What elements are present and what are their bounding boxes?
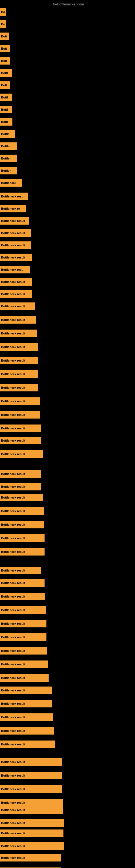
bar-label: Bottleneck result bbox=[1, 689, 25, 692]
bar-label: Bottleneck result bbox=[1, 760, 25, 764]
bar-item: Bottleneck result bbox=[0, 579, 45, 587]
bar-label: Bottleneck result bbox=[1, 822, 25, 825]
bar-item: Bottleneck result bbox=[0, 450, 43, 458]
bar-item: Bottleneck result bbox=[0, 633, 46, 641]
site-title: TheBottlenecker.com bbox=[0, 0, 135, 7]
bar-label: Bottleneck result bbox=[1, 702, 25, 705]
bar-label: Bottl bbox=[1, 71, 8, 74]
bar-label: Bottlen bbox=[1, 145, 11, 148]
bar-item: Bottleneck result bbox=[0, 674, 49, 682]
bar-item: Bottleneck result bbox=[0, 494, 43, 501]
bar-label: Bottleneck result bbox=[1, 774, 25, 777]
bar-item: Bottleneck result bbox=[0, 483, 41, 490]
bar-item: Bottleneck result bbox=[0, 854, 61, 862]
bar-item: Bottleneck result bbox=[0, 425, 41, 432]
bar-label: Bottleneck result bbox=[1, 439, 25, 442]
bar-item: Bottlen bbox=[0, 167, 17, 175]
bar-item: Bottleneck result bbox=[0, 303, 35, 310]
bar-item: Bottle bbox=[0, 130, 15, 138]
bar-label: Bott bbox=[1, 35, 7, 38]
bar-item: Bottleneck result bbox=[0, 290, 32, 298]
bar-item: Bottleneck result bbox=[0, 278, 32, 286]
bar-item: Bottleneck result bbox=[0, 241, 31, 249]
bar-label: Bottleneck result bbox=[1, 801, 25, 804]
bar-item: Bottl bbox=[0, 106, 12, 113]
bar-label: Bottleneck result bbox=[1, 372, 25, 376]
bar-label: Bottleneck result bbox=[1, 595, 25, 598]
bar-item: Bottleneck result bbox=[0, 567, 41, 574]
bar-item: Bott bbox=[0, 33, 9, 40]
bar-item: Bottleneck result bbox=[0, 606, 46, 614]
bar-label: Bottleneck re bbox=[1, 207, 20, 210]
bar-item: Bottleneck result bbox=[0, 343, 38, 351]
bar-label: Bottleneck result bbox=[1, 636, 25, 639]
bar-label: Bottleneck result bbox=[1, 256, 25, 259]
bar-item: Bott bbox=[0, 82, 10, 89]
bar-label: Bo bbox=[1, 10, 5, 13]
bar-label: Bottleneck result bbox=[1, 305, 25, 308]
bar-label: Bottle bbox=[1, 132, 9, 135]
bar-item: Bottleneck result bbox=[0, 534, 45, 542]
bar-item: Bottleneck result bbox=[0, 470, 41, 478]
bar-item: Bottleneck result bbox=[0, 521, 44, 528]
bar-item: Bottleneck result bbox=[0, 229, 31, 237]
bar-item: Bottleneck result bbox=[0, 647, 47, 654]
bar-item: Bottleneck result bbox=[0, 830, 63, 837]
bar-item: Bo bbox=[0, 20, 6, 28]
bar-label: Bottleneck result bbox=[1, 663, 25, 666]
bar-item: Bottleneck result bbox=[0, 700, 52, 707]
bar-label: Bottleneck result bbox=[1, 472, 25, 475]
bar-label: Bottleneck result bbox=[1, 292, 25, 296]
bar-item: Bottleneck result bbox=[0, 819, 64, 827]
bar-item: Bottleneck result bbox=[0, 411, 40, 418]
bar-label: Bottleneck resu bbox=[1, 268, 24, 271]
bar-label: Bottleneck result bbox=[1, 509, 25, 513]
bar-label: Bottleneck result bbox=[1, 676, 25, 680]
bar-item: Bottleneck result bbox=[0, 548, 45, 556]
bar-item: Bottleneck result bbox=[0, 330, 37, 337]
bar-label: Bottleneck result bbox=[1, 729, 25, 733]
bar-item: Bottleneck result bbox=[0, 316, 36, 323]
bar-label: Bottleneck result bbox=[1, 427, 25, 430]
bar-label: Bottleneck result bbox=[1, 386, 25, 389]
bar-label: Bott bbox=[1, 59, 7, 62]
bar-item: Bottlen bbox=[0, 143, 17, 150]
bar-item: Bottleneck result bbox=[0, 785, 62, 793]
bar-label: Bottleneck result bbox=[1, 280, 25, 283]
bar-item: Bottleneck result bbox=[0, 727, 54, 735]
bar-label: Bottleneck result bbox=[1, 231, 25, 235]
bar-item: Bottleneck result bbox=[0, 806, 63, 814]
bar-label: Bottleneck result bbox=[1, 856, 25, 859]
bar-item: Bottlen bbox=[0, 155, 17, 162]
bar-item: Bottleneck result bbox=[0, 842, 64, 850]
bar-item: Bottleneck resu bbox=[0, 193, 28, 200]
bar-label: Bottleneck result bbox=[1, 332, 25, 335]
bar-item: Bottleneck re bbox=[0, 205, 26, 212]
bar-item: Bottleneck result bbox=[0, 758, 62, 766]
bar-label: Bottleneck result bbox=[1, 219, 25, 222]
bar-label: Bottleneck result bbox=[1, 844, 25, 848]
bar-label: Bottl bbox=[1, 120, 8, 123]
bar-item: Bottleneck result bbox=[0, 384, 38, 392]
bar-label: Bottleneck result bbox=[1, 345, 25, 348]
bar-label: Bottleneck result bbox=[1, 413, 25, 416]
bar-label: Bottleneck result bbox=[1, 581, 25, 585]
bar-label: Bottl bbox=[1, 96, 8, 99]
bar-label: Bottleneck result bbox=[1, 318, 25, 321]
bar-item: Bott bbox=[0, 57, 10, 65]
bar-item: Bottl bbox=[0, 118, 12, 126]
bar-item: Bottleneck result bbox=[0, 686, 52, 694]
bar-item: Bottl bbox=[0, 94, 12, 101]
bar-item: Bottleneck resu bbox=[0, 266, 30, 273]
bar-label: Bottleneck result bbox=[1, 244, 25, 247]
bar-label: Bottleneck result bbox=[1, 716, 25, 719]
bar-label: Bottleneck result bbox=[1, 743, 25, 746]
bar-item: Bottleneck result bbox=[0, 772, 62, 779]
bar-label: Bottl bbox=[1, 108, 8, 111]
bar-item: Bottleneck result bbox=[0, 593, 45, 600]
bar-label: Bottleneck result bbox=[1, 622, 25, 625]
bar-label: Bottleneck result bbox=[1, 523, 25, 526]
bar-item: Bottleneck result bbox=[0, 397, 40, 405]
bar-item: Bottleneck result bbox=[0, 217, 29, 225]
bar-label: Bottleneck bbox=[1, 181, 16, 184]
